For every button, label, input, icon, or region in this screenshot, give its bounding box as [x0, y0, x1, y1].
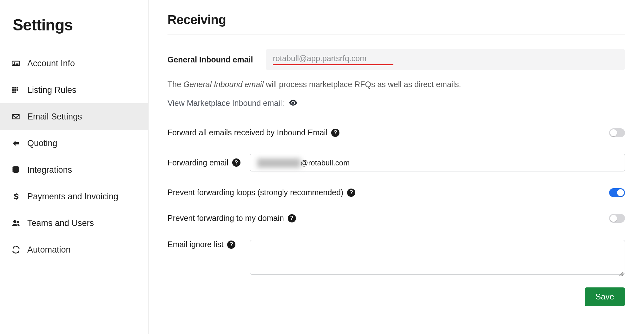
sidebar-item-automation[interactable]: Automation [0, 236, 148, 263]
sidebar-item-account-info[interactable]: Account Info [0, 50, 148, 77]
id-card-icon [11, 58, 21, 68]
help-icon[interactable]: ? [347, 189, 355, 197]
sidebar-item-integrations[interactable]: Integrations [0, 157, 148, 183]
sidebar-item-label: Quoting [27, 138, 57, 148]
help-icon[interactable]: ? [288, 214, 296, 222]
sidebar-item-quoting[interactable]: Quoting [0, 130, 148, 157]
svg-point-10 [16, 221, 19, 223]
forward-all-toggle[interactable] [609, 128, 625, 137]
forward-all-label: Forward all emails received by Inbound E… [168, 128, 339, 137]
svg-rect-7 [14, 92, 16, 93]
ignore-list-textarea[interactable] [250, 240, 625, 275]
prevent-domain-toggle[interactable] [609, 214, 625, 223]
resize-handle-icon[interactable] [619, 269, 624, 273]
general-inbound-value-box: rotabull@app.partsrfq.com [266, 49, 625, 70]
forwarding-email-row: Forwarding email ? ████████@rotabull.com [168, 154, 625, 171]
sidebar-item-label: Teams and Users [27, 218, 94, 228]
svg-rect-6 [12, 92, 14, 93]
prevent-domain-label: Prevent forwarding to my domain ? [168, 214, 296, 223]
dollar-icon [11, 191, 21, 202]
general-inbound-label: General Inbound email [168, 55, 256, 64]
svg-rect-2 [16, 87, 18, 89]
prevent-domain-row: Prevent forwarding to my domain ? [168, 214, 625, 223]
sidebar-item-teams-users[interactable]: Teams and Users [0, 210, 148, 236]
forwarding-email-visible: @rotabull.com [300, 158, 350, 167]
sidebar-item-label: Integrations [27, 165, 72, 175]
prevent-loops-row: Prevent forwarding loops (strongly recom… [168, 188, 625, 197]
page-title: Receiving [168, 13, 625, 35]
automation-icon [11, 245, 21, 255]
forwarding-email-label: Forwarding email ? [168, 158, 240, 167]
envelope-icon [11, 112, 21, 122]
prevent-loops-label: Prevent forwarding loops (strongly recom… [168, 188, 355, 197]
sidebar-item-label: Payments and Invoicing [27, 192, 118, 202]
grid-icon [11, 85, 21, 95]
forwarding-email-input[interactable]: ████████@rotabull.com [250, 154, 625, 171]
view-marketplace-label: View Marketplace Inbound email: [168, 99, 284, 108]
sidebar-item-label: Email Settings [27, 112, 82, 122]
help-icon[interactable]: ? [331, 129, 339, 137]
save-button[interactable]: Save [585, 287, 625, 306]
save-row: Save [168, 287, 625, 306]
ignore-list-row: Email ignore list ? [168, 240, 625, 275]
users-icon [11, 218, 21, 228]
sidebar-item-label: Listing Rules [27, 85, 76, 95]
general-inbound-row: General Inbound email rotabull@app.parts… [168, 49, 625, 70]
general-inbound-description: The General Inbound email will process m… [168, 80, 625, 89]
sidebar-item-payments-invoicing[interactable]: Payments and Invoicing [0, 183, 148, 210]
svg-rect-4 [14, 89, 16, 91]
svg-rect-5 [16, 89, 18, 91]
sidebar-item-label: Automation [27, 245, 71, 255]
sidebar-item-email-settings[interactable]: Email Settings [0, 103, 148, 130]
svg-point-9 [13, 220, 16, 223]
underline-annotation [273, 64, 393, 65]
prevent-loops-toggle[interactable] [609, 188, 625, 197]
ignore-list-label: Email ignore list ? [168, 240, 240, 249]
arrow-left-icon [11, 138, 21, 148]
help-icon[interactable]: ? [227, 241, 235, 249]
svg-rect-3 [12, 89, 14, 91]
help-icon[interactable]: ? [232, 158, 240, 167]
svg-rect-1 [14, 87, 16, 89]
forward-all-row: Forward all emails received by Inbound E… [168, 128, 625, 137]
sidebar-item-label: Account Info [27, 59, 75, 68]
main-content: Receiving General Inbound email rotabull… [148, 0, 644, 334]
svg-rect-0 [12, 87, 14, 89]
eye-icon[interactable] [289, 99, 298, 108]
sidebar: Settings Account Info Listing Rules Emai… [0, 0, 148, 334]
sidebar-title: Settings [0, 13, 148, 50]
general-inbound-value: rotabull@app.partsrfq.com [273, 54, 366, 63]
forwarding-email-blurred: ████████ [257, 158, 300, 167]
view-marketplace-row[interactable]: View Marketplace Inbound email: [168, 99, 625, 108]
sidebar-item-listing-rules[interactable]: Listing Rules [0, 77, 148, 103]
database-icon [11, 165, 21, 175]
